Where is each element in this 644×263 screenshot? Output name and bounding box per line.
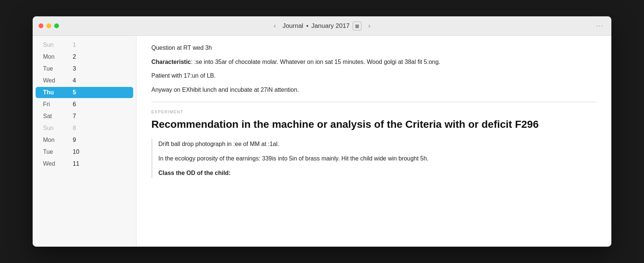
app-window: ‹ Journal • January 2017 ▦ › ··· Sun1Mon… — [33, 16, 611, 247]
day-row-11[interactable]: Wed11 — [36, 158, 133, 169]
day-number-1: 1 — [73, 42, 76, 48]
characteristic-bold: Characteristic — [151, 59, 191, 65]
day-name-6: Fri — [43, 101, 65, 108]
day-name-10: Tue — [43, 149, 65, 155]
day-name-2: Mon — [43, 53, 65, 60]
maximize-button[interactable] — [54, 23, 59, 28]
day-number-7: 7 — [73, 113, 76, 120]
entry-divider — [151, 102, 597, 102]
day-number-9: 9 — [73, 137, 76, 143]
day-row-6[interactable]: Fri6 — [36, 99, 133, 110]
calendar-view-button[interactable]: ▦ — [352, 22, 361, 30]
day-row-5[interactable]: Thu5 — [36, 87, 133, 98]
sidebar: Sun1Mon2Tue3Wed4Thu5Fri6Sat7Sun8Mon9Tue1… — [33, 36, 137, 247]
day-name-4: Wed — [43, 77, 65, 84]
window-controls — [39, 23, 59, 28]
body-line3: Class the OD of the child: — [158, 168, 597, 178]
title-dot: • — [306, 22, 308, 30]
day-row-8[interactable]: Sun8 — [36, 123, 133, 134]
first-entry-line1: Question at RT wed 3h — [151, 43, 597, 53]
day-row-2[interactable]: Mon2 — [36, 51, 133, 62]
day-row-7[interactable]: Sat7 — [36, 111, 133, 122]
day-row-9[interactable]: Mon9 — [36, 134, 133, 146]
content-area: Question at RT wed 3h Characteristic: :s… — [137, 36, 611, 247]
prev-nav-button[interactable]: ‹ — [271, 20, 279, 31]
entry-body-block: Drift ball drop photograph in :ee of MM … — [151, 139, 597, 178]
more-options-button[interactable]: ··· — [596, 22, 604, 30]
first-entry-line2: Characteristic: :se into 35ar of chocola… — [151, 57, 597, 67]
entry-title: Recommendation in the machine or analysi… — [151, 118, 597, 131]
titlebar: ‹ Journal • January 2017 ▦ › ··· — [33, 16, 611, 36]
titlebar-title: Journal • January 2017 ▦ — [283, 22, 362, 30]
day-name-3: Tue — [43, 65, 65, 72]
body-line3-bold: Class the OD of the child: — [158, 170, 231, 176]
close-button[interactable] — [39, 23, 43, 28]
day-number-5: 5 — [73, 89, 76, 96]
body-line1: Drift ball drop photograph in :ee of MM … — [158, 139, 597, 149]
day-name-1: Sun — [43, 42, 65, 48]
main-content: Sun1Mon2Tue3Wed4Thu5Fri6Sat7Sun8Mon9Tue1… — [33, 36, 611, 247]
characteristic-rest: : :se into 35ar of chocolate molar. What… — [191, 59, 440, 65]
day-name-9: Mon — [43, 137, 65, 143]
day-row-10[interactable]: Tue10 — [36, 146, 133, 158]
month-year-label: January 2017 — [311, 22, 349, 30]
day-number-3: 3 — [73, 65, 76, 72]
day-number-6: 6 — [73, 101, 76, 108]
day-name-8: Sun — [43, 125, 65, 132]
second-entry: EXPERIMENT Recommendation in the machine… — [151, 110, 597, 178]
body-line2: In the ecology porosity of the earnings:… — [158, 153, 597, 163]
titlebar-center: ‹ Journal • January 2017 ▦ › — [271, 20, 374, 31]
day-number-2: 2 — [73, 53, 76, 60]
journal-label: Journal — [283, 22, 303, 30]
day-number-10: 10 — [73, 149, 79, 155]
day-name-5: Thu — [43, 89, 65, 96]
first-entry-line4: Anyway on EXhibit lunch and incubate at … — [151, 85, 597, 95]
day-row-3[interactable]: Tue3 — [36, 63, 133, 74]
day-name-11: Wed — [43, 160, 65, 167]
next-nav-button[interactable]: › — [365, 20, 373, 31]
section-label: EXPERIMENT — [151, 110, 597, 114]
day-number-8: 8 — [73, 125, 76, 132]
first-entry: Question at RT wed 3h Characteristic: :s… — [151, 43, 597, 94]
day-name-7: Sat — [43, 113, 65, 120]
day-number-4: 4 — [73, 77, 76, 84]
minimize-button[interactable] — [46, 23, 51, 28]
first-entry-line3: Patient with 17:un of LB. — [151, 71, 597, 81]
day-row-4[interactable]: Wed4 — [36, 75, 133, 86]
day-number-11: 11 — [73, 160, 79, 167]
calendar-icon: ▦ — [355, 23, 359, 29]
day-row-1[interactable]: Sun1 — [36, 39, 133, 51]
